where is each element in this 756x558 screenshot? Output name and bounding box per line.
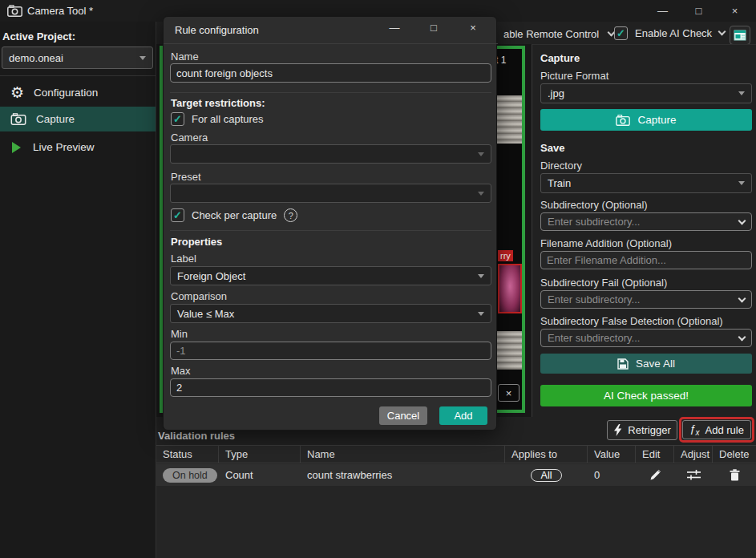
rule-name-cell: count strawberries xyxy=(301,464,505,486)
name-label: Name xyxy=(171,51,199,63)
lightning-icon xyxy=(613,424,622,436)
preview-overlay-label: t 1 xyxy=(495,55,506,66)
project-select-value: demo.oneai xyxy=(9,52,139,64)
gear-icon: ⚙ xyxy=(10,85,24,100)
save-all-button[interactable]: Save All xyxy=(540,354,752,374)
play-icon xyxy=(12,142,21,153)
rule-name-input[interactable] xyxy=(170,63,491,83)
subdirectory-false-detection-combo[interactable]: Enter subdirectory... xyxy=(540,329,752,347)
dialog-minimize-button[interactable]: — xyxy=(387,22,402,34)
subdirectory-fail-placeholder: Enter subdirectory... xyxy=(548,293,739,305)
dropdown-arrow-icon xyxy=(478,152,484,156)
max-input[interactable] xyxy=(170,378,491,397)
dialog-close-button[interactable]: × xyxy=(466,22,480,34)
picture-format-label: Picture Format xyxy=(540,70,608,82)
max-label: Max xyxy=(171,365,191,377)
subdirectory-fail-label: Subdirectory Fail (Optional) xyxy=(540,277,667,289)
add-rule-button[interactable]: ƒx Add rule xyxy=(682,420,751,439)
rule-value-cell: 0 xyxy=(588,464,636,486)
ai-check-status-banner: AI Check passed! xyxy=(540,385,752,406)
detection-tag: rry xyxy=(498,250,513,261)
add-rule-label: Add rule xyxy=(705,424,744,436)
chevron-down-icon xyxy=(738,216,746,224)
camera-label: Camera xyxy=(171,131,208,144)
table-header-row: Status Type Name Applies to Value Edit A… xyxy=(156,445,756,463)
rule-type-cell: Count xyxy=(219,464,301,486)
sliders-icon xyxy=(687,469,701,481)
maximize-button[interactable]: □ xyxy=(681,0,717,22)
properties-title: Properties xyxy=(171,236,222,248)
sidebar-item-live-preview[interactable]: Live Preview xyxy=(0,135,156,160)
capture-section-title: Capture xyxy=(540,52,580,64)
check-per-capture-checkbox[interactable]: ✓ xyxy=(171,208,184,222)
rule-delete-cell xyxy=(713,464,756,486)
close-button[interactable]: × xyxy=(717,0,753,22)
column-header-type: Type xyxy=(219,446,301,463)
camera-select[interactable] xyxy=(170,144,491,164)
label-select[interactable]: Foreign Object xyxy=(170,266,491,285)
capture-save-panel: Capture Picture Format .jpg Capture Save… xyxy=(532,44,756,417)
save-section-title: Save xyxy=(540,142,564,154)
table-row: On hold Count count strawberries All 0 xyxy=(156,464,756,486)
column-header-status: Status xyxy=(156,446,219,463)
rule-applies-to-cell: All xyxy=(505,464,588,486)
capture-button[interactable]: Capture xyxy=(540,109,752,131)
retrigger-label: Retrigger xyxy=(628,424,670,436)
trash-icon-button[interactable] xyxy=(730,469,740,481)
min-input[interactable] xyxy=(170,342,491,360)
for-all-captures-option[interactable]: ✓ For all captures xyxy=(171,112,264,126)
edit-rule-button[interactable] xyxy=(649,469,661,481)
cancel-button[interactable]: Cancel xyxy=(379,406,427,425)
ai-check-checkbox[interactable]: ✓ xyxy=(614,26,628,40)
dropdown-arrow-icon xyxy=(478,274,484,278)
dialog-divider xyxy=(170,92,491,93)
window-controls: — □ × xyxy=(645,0,753,22)
retrigger-button[interactable]: Retrigger xyxy=(607,420,677,440)
sidebar-item-capture[interactable]: Capture xyxy=(0,107,156,131)
validation-rules-table: Status Type Name Applies to Value Edit A… xyxy=(156,445,756,558)
dropdown-arrow-icon xyxy=(738,181,745,185)
column-header-edit: Edit xyxy=(636,446,674,463)
rule-adjust-cell xyxy=(674,464,713,486)
chevron-down-icon xyxy=(718,28,726,36)
dropdown-arrow-icon xyxy=(478,312,484,316)
subdirectory-label: Subdirectory (Optional) xyxy=(540,199,648,211)
dialog-maximize-button[interactable]: □ xyxy=(427,22,441,34)
column-header-applies-to: Applies to xyxy=(505,446,588,463)
ai-check-toggle[interactable]: ✓ Enable AI Check xyxy=(614,26,725,40)
subdirectory-fail-combo[interactable]: Enter subdirectory... xyxy=(540,290,752,309)
subdirectory-false-detection-placeholder: Enter subdirectory... xyxy=(548,332,739,344)
minimize-button[interactable]: — xyxy=(645,0,681,22)
remote-control-toggle[interactable]: able Remote Control xyxy=(503,28,614,40)
remote-control-label: able Remote Control xyxy=(503,28,599,40)
check-per-capture-label: Check per capture xyxy=(192,209,277,221)
directory-value: Train xyxy=(548,177,738,189)
comparison-select[interactable]: Value ≤ Max xyxy=(170,304,491,323)
filename-addition-input[interactable] xyxy=(540,251,752,269)
label-select-value: Foreign Object xyxy=(177,270,478,282)
preset-select[interactable] xyxy=(170,184,491,203)
capture-button-label: Capture xyxy=(637,114,676,126)
add-button[interactable]: Add xyxy=(439,406,487,425)
preview-close-button[interactable]: × xyxy=(498,384,519,402)
comparison-label: Comparison xyxy=(171,290,227,302)
ai-check-label: Enable AI Check xyxy=(635,27,712,39)
sidebar-item-label: Capture xyxy=(36,113,75,125)
camera-icon xyxy=(7,5,22,17)
directory-select[interactable]: Train xyxy=(540,173,752,193)
for-all-captures-checkbox[interactable]: ✓ xyxy=(171,112,184,126)
picture-format-select[interactable]: .jpg xyxy=(540,83,752,103)
help-icon[interactable]: ? xyxy=(284,208,297,222)
app-title: Camera Tool * xyxy=(27,5,93,17)
adjust-rule-button[interactable] xyxy=(687,469,701,481)
dropdown-arrow-icon xyxy=(139,56,146,60)
dialog-divider xyxy=(170,230,491,231)
project-select[interactable]: demo.oneai xyxy=(2,46,153,69)
sidebar-item-configuration[interactable]: ⚙ Configuration xyxy=(0,80,156,105)
chevron-down-icon xyxy=(738,294,746,302)
preview-panel-icon xyxy=(734,30,746,41)
check-per-capture-option[interactable]: ✓ Check per capture ? xyxy=(171,208,297,222)
column-header-adjust: Adjust xyxy=(674,446,713,463)
panel-toggle-button[interactable] xyxy=(730,26,750,45)
subdirectory-combo[interactable]: Enter subdirectory... xyxy=(540,212,752,231)
